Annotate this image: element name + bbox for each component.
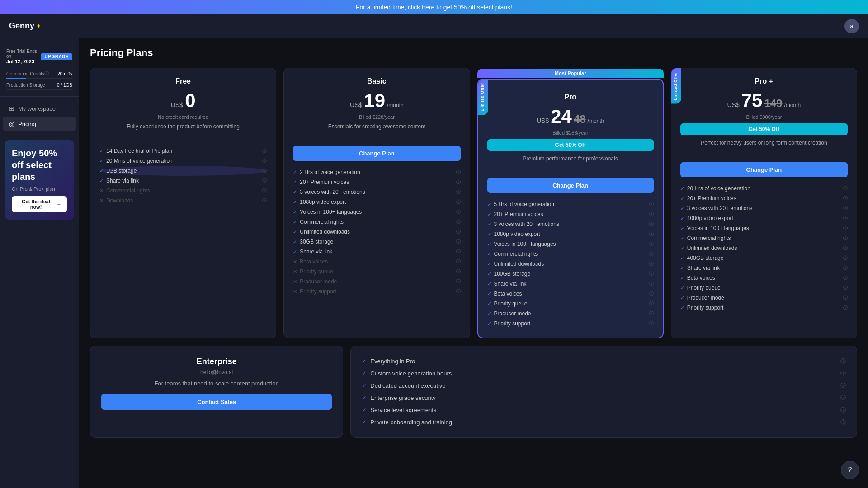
info-icon[interactable]: ⓘ bbox=[456, 288, 461, 295]
info-icon[interactable]: ⓘ bbox=[649, 211, 654, 217]
proplus-tagline: Perfect for heavy users or long form con… bbox=[680, 140, 848, 156]
info-icon[interactable]: ⓘ bbox=[262, 188, 267, 194]
check-icon: ✓ bbox=[680, 245, 684, 251]
info-icon[interactable]: ⓘ bbox=[843, 275, 848, 281]
info-icon[interactable]: ⓘ bbox=[456, 239, 461, 245]
check-icon: ✓ bbox=[487, 202, 491, 207]
proplus-features: ✓20 Hrs of voice generationⓘ ✓20+ Premiu… bbox=[680, 183, 848, 313]
info-icon[interactable]: ⓘ bbox=[843, 285, 848, 291]
feature-item: ✓Share via link ⓘ bbox=[99, 176, 267, 186]
workspace-icon: ⊞ bbox=[9, 105, 14, 112]
info-icon[interactable]: ⓘ bbox=[840, 357, 846, 365]
check-icon: ✓ bbox=[293, 169, 297, 175]
feature-item: ✓Priority queueⓘ bbox=[487, 299, 654, 309]
info-icon[interactable]: ⓘ bbox=[843, 295, 848, 301]
info-icon[interactable]: ⓘ bbox=[843, 305, 848, 311]
logo-text: Genny bbox=[9, 21, 34, 31]
info-icon[interactable]: ⓘ bbox=[262, 168, 267, 174]
change-plan-pro[interactable]: Change Plan bbox=[487, 178, 654, 193]
pro-period: /month bbox=[588, 118, 604, 124]
info-icon[interactable]: ⓘ bbox=[843, 225, 848, 231]
feature-item: ✓Share via linkⓘ bbox=[487, 279, 654, 289]
info-icon[interactable]: ⓘ bbox=[840, 406, 846, 414]
get-off-pro[interactable]: Get 50% Off bbox=[487, 139, 654, 151]
info-icon[interactable]: ⓘ bbox=[649, 261, 654, 267]
info-icon[interactable]: ⓘ bbox=[456, 229, 461, 235]
info-icon[interactable]: ⓘ bbox=[843, 265, 848, 271]
promo-sub: On Pro & Pro+ plan bbox=[12, 186, 67, 192]
info-icon[interactable]: ⓘ bbox=[649, 251, 654, 257]
avatar[interactable]: a bbox=[844, 19, 859, 33]
info-icon[interactable]: ⓘ bbox=[649, 201, 654, 207]
pro-billing: Billed $288/year bbox=[487, 130, 654, 136]
info-icon[interactable]: ⓘ bbox=[840, 370, 846, 377]
banner-text: For a limited time, click here to get 50… bbox=[356, 4, 512, 11]
info-icon[interactable]: ⓘ bbox=[456, 209, 461, 215]
info-icon[interactable]: ⓘ bbox=[456, 278, 461, 285]
info-icon[interactable]: ⓘ bbox=[843, 205, 848, 211]
check-icon: ✓ bbox=[99, 178, 104, 184]
check-icon: ✓ bbox=[680, 265, 684, 271]
info-icon[interactable]: ⓘ bbox=[649, 241, 654, 247]
info-icon[interactable]: ⓘ bbox=[456, 169, 461, 175]
check-icon: ✓ bbox=[487, 301, 491, 307]
upgrade-button[interactable]: UPGRADE bbox=[41, 53, 72, 60]
check-icon: ✓ bbox=[293, 249, 297, 255]
info-icon[interactable]: ⓘ bbox=[649, 310, 654, 317]
free-amount: 0 bbox=[185, 90, 195, 111]
info-icon[interactable]: ⓘ bbox=[456, 219, 461, 225]
info-icon[interactable]: ⓘ bbox=[843, 215, 848, 221]
x-icon: ✕ bbox=[293, 259, 297, 265]
info-icon[interactable]: ⓘ bbox=[843, 195, 848, 202]
info-icon[interactable]: ⓘ bbox=[843, 185, 848, 192]
info-icon[interactable]: ⓘ bbox=[262, 148, 267, 154]
plan-price-proplus: US$ 75 149 /month bbox=[680, 90, 848, 112]
basic-period: /month bbox=[387, 102, 404, 108]
info-icon[interactable]: ⓘ bbox=[649, 291, 654, 297]
info-icon[interactable]: ⓘ bbox=[840, 382, 846, 389]
feature-item: ✓Priority queueⓘ bbox=[680, 283, 848, 293]
logo-star: ✦ bbox=[36, 23, 41, 29]
info-icon[interactable]: ⓘ bbox=[456, 179, 461, 185]
feature-item: ✓Priority supportⓘ bbox=[680, 303, 848, 313]
free-features: ✓14 Day free trial of Pro plan ⓘ ✓20 Min… bbox=[99, 146, 267, 206]
get-off-proplus[interactable]: Get 50% Off bbox=[680, 123, 848, 135]
top-banner[interactable]: For a limited time, click here to get 50… bbox=[0, 0, 868, 14]
info-icon[interactable]: ⓘ bbox=[649, 221, 654, 227]
info-icon[interactable]: ⓘ bbox=[262, 178, 267, 184]
contact-sales-button[interactable]: Contact Sales bbox=[101, 394, 332, 410]
info-icon[interactable]: ⓘ bbox=[456, 199, 461, 205]
info-icon[interactable]: ⓘ bbox=[840, 418, 846, 426]
info-icon[interactable]: ⓘ bbox=[649, 281, 654, 287]
enterprise-section: Enterprise hello@lovo.ai For teams that … bbox=[90, 346, 857, 438]
check-icon: ✓ bbox=[680, 186, 684, 192]
info-icon[interactable]: ⓘ bbox=[649, 271, 654, 277]
proplus-amount-old: 149 bbox=[764, 97, 782, 110]
info-icon[interactable]: ⓘ bbox=[649, 300, 654, 307]
info-icon[interactable]: ⓘ bbox=[843, 255, 848, 261]
sidebar-item-workspace[interactable]: ⊞ My workspace bbox=[3, 101, 76, 116]
info-icon[interactable]: ⓘ bbox=[649, 231, 654, 237]
sidebar-item-pricing[interactable]: ◎ Pricing bbox=[3, 117, 76, 131]
check-icon: ✓ bbox=[362, 370, 367, 377]
info-icon[interactable]: ⓘ bbox=[456, 268, 461, 275]
info-icon[interactable]: ⓘ bbox=[262, 197, 267, 204]
change-plan-basic[interactable]: Change Plan bbox=[293, 146, 460, 161]
feature-item-disabled: ✕Priority queueⓘ bbox=[293, 267, 460, 277]
info-icon[interactable]: ⓘ bbox=[840, 394, 846, 402]
info-icon[interactable]: ⓘ bbox=[456, 258, 461, 265]
info-icon[interactable]: ⓘ bbox=[843, 245, 848, 251]
check-icon: ✓ bbox=[487, 241, 491, 247]
deal-button[interactable]: Get the deal now! → bbox=[12, 196, 67, 212]
info-icon[interactable]: ⓘ bbox=[456, 189, 461, 195]
help-button[interactable]: ? bbox=[841, 461, 859, 479]
pro-features: ✓5 Hrs of voice generationⓘ ✓20+ Premium… bbox=[487, 199, 654, 328]
free-tagline: Fully experience the product before comm… bbox=[99, 123, 267, 140]
check-icon: ✓ bbox=[680, 305, 684, 311]
info-icon[interactable]: ⓘ bbox=[456, 249, 461, 255]
info-icon[interactable]: ⓘ bbox=[649, 320, 654, 327]
info-icon[interactable]: ⓘ bbox=[262, 158, 267, 164]
info-icon[interactable]: ⓘ bbox=[843, 235, 848, 241]
check-icon: ✓ bbox=[362, 407, 367, 413]
change-plan-proplus[interactable]: Change Plan bbox=[680, 162, 848, 177]
